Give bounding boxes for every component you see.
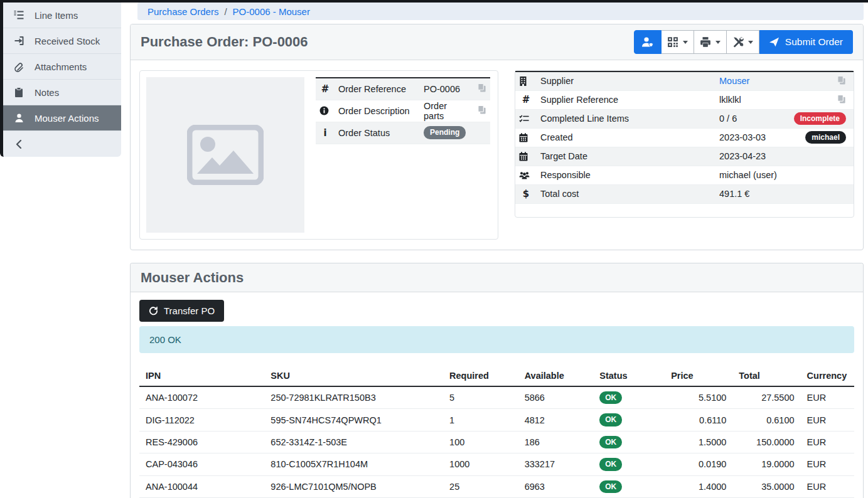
supplier-link[interactable]: Mouser [719, 76, 749, 86]
transfer-po-button[interactable]: Transfer PO [139, 300, 224, 322]
mouser-actions-body: Transfer PO 200 OK IPN SKU Required Avai… [131, 292, 863, 498]
calendar-icon [519, 152, 533, 161]
cell-sku: 810-C1005X7R1H104M [264, 453, 443, 475]
table-row: DIG-112022 595-SN74HCS74QPWRQ1 1 4812 OK… [139, 409, 854, 431]
sidebar-item-received-stock[interactable]: Received Stock [3, 28, 121, 54]
table-row: Completed Line Items 0 / 6 Incomplete [515, 109, 854, 128]
detail-label: Total cost [537, 184, 715, 203]
breadcrumb-link-purchase-orders[interactable]: Purchase Orders [147, 6, 218, 17]
barcode-actions-button[interactable] [662, 30, 694, 54]
copy-icon[interactable] [477, 105, 486, 115]
list-ol-icon [13, 10, 25, 20]
detail-label: Order Reference [335, 78, 420, 100]
cell-total: 150.0000 [732, 431, 800, 453]
sidebar-item-mouser-actions[interactable]: Mouser Actions [3, 105, 121, 131]
order-image-placeholder[interactable] [146, 77, 304, 233]
copy-icon[interactable] [837, 75, 846, 85]
user-shield-icon [641, 36, 654, 48]
page-title: Purchase Order: PO-0006 [141, 34, 308, 50]
cell-ipn: ANA-100072 [139, 386, 264, 409]
user-icon [13, 113, 25, 123]
detail-value: PO-0006 [420, 78, 470, 100]
cell-sku: 250-72981KLRATR150B3 [264, 386, 443, 409]
cell-required: 100 [443, 431, 518, 453]
mouser-actions-header: Mouser Actions [131, 263, 863, 292]
print-actions-button[interactable] [694, 30, 727, 54]
mouser-actions-panel: Mouser Actions Transfer PO 200 OK [130, 263, 864, 498]
cell-currency: EUR [801, 431, 854, 453]
chevron-down-icon [748, 41, 753, 44]
sign-in-icon [13, 36, 25, 46]
detail-label: Supplier [537, 72, 715, 90]
cell-price: 1.5000 [665, 431, 732, 453]
table-row: i Order Status Pending [316, 122, 490, 144]
detail-value: michael (user) [715, 166, 785, 184]
clipboard-icon [13, 87, 25, 97]
detail-label: Target Date [537, 147, 715, 166]
app-root: Line Items Received Stock Attachments No… [0, 0, 868, 498]
sidebar-item-label: Received Stock [35, 36, 100, 46]
chevron-down-icon [683, 41, 688, 44]
window-top-edge [0, 0, 868, 3]
detail-value: 2023-04-23 [715, 147, 785, 166]
copy-icon[interactable] [837, 94, 846, 104]
detail-label: Created [537, 128, 715, 147]
cell-required: 25 [443, 475, 518, 497]
table-row: ANA-100072 250-72981KLRATR150B3 5 5866 O… [139, 386, 854, 409]
breadcrumb-link-po[interactable]: PO-0006 - Mouser [233, 6, 310, 17]
breadcrumb-separator: / [224, 6, 227, 17]
order-tools-button[interactable] [727, 30, 759, 54]
mouser-actions-title: Mouser Actions [141, 270, 244, 286]
detail-label: Supplier Reference [537, 90, 715, 109]
cell-sku: 595-SN74HCS74QPWRQ1 [264, 409, 443, 431]
detail-value: 2023-03-03 [715, 128, 785, 147]
col-header-available: Available [518, 366, 594, 386]
image-icon [187, 125, 264, 185]
order-info-card: # Order Reference PO-0006 Order Descri [139, 70, 498, 240]
line-items-table: IPN SKU Required Available Status Price … [139, 366, 854, 498]
copy-icon[interactable] [477, 83, 486, 93]
breadcrumb: Purchase Orders / PO-0006 - Mouser [137, 3, 864, 20]
sidebar-item-line-items[interactable]: Line Items [3, 3, 121, 28]
table-row: CAP-043046 810-C1005X7R1H104M 1000 33321… [139, 453, 854, 475]
sidebar: Line Items Received Stock Attachments No… [0, 3, 121, 498]
ok-badge: OK [599, 391, 622, 404]
table-row: Order Description Order parts [316, 100, 490, 122]
col-header-currency: Currency [801, 366, 854, 386]
cell-available: 186 [518, 431, 594, 453]
table-row: Responsible michael (user) [515, 166, 854, 184]
cell-available: 4812 [518, 409, 594, 431]
table-row: Supplier Mouser [515, 72, 854, 90]
cell-price: 5.5100 [665, 386, 732, 409]
table-row: Created 2023-03-03 michael [515, 128, 854, 147]
purchase-order-header: Purchase Order: PO-0006 [131, 24, 863, 60]
table-row: # Supplier Reference lklklkl [515, 90, 854, 109]
cell-sku: 926-LMC7101QM5/NOPB [264, 475, 443, 497]
printer-icon [700, 36, 711, 48]
detail-value: lklklkl [715, 90, 785, 109]
submit-order-button[interactable]: Submit Order [759, 30, 853, 54]
sidebar-item-attachments[interactable]: Attachments [3, 54, 121, 80]
table-header-row: IPN SKU Required Available Status Price … [139, 366, 854, 386]
ok-badge: OK [599, 480, 622, 493]
chevron-down-icon [715, 41, 721, 44]
cell-sku: 652-3314Z-1-503E [264, 431, 443, 453]
list-check-icon [519, 114, 533, 123]
cell-required: 1000 [443, 453, 518, 475]
cell-total: 27.5500 [732, 386, 800, 409]
cell-ipn: CAP-043046 [139, 453, 264, 475]
user-shield-button[interactable] [634, 30, 662, 54]
sidebar-collapse-button[interactable] [3, 131, 121, 157]
sidebar-item-notes[interactable]: Notes [3, 80, 121, 105]
purchase-order-body: # Order Reference PO-0006 Order Descri [131, 60, 863, 250]
col-header-required: Required [443, 366, 518, 386]
chevron-left-icon [13, 140, 25, 149]
hash-icon: # [321, 83, 330, 95]
status-badge: Pending [424, 126, 466, 139]
col-header-price: Price [665, 366, 732, 386]
cell-total: 19.0000 [732, 453, 800, 475]
user-badge: michael [805, 131, 846, 144]
detail-label: Completed Line Items [537, 109, 715, 128]
sidebar-item-label: Attachments [35, 61, 87, 72]
users-icon [519, 171, 533, 179]
